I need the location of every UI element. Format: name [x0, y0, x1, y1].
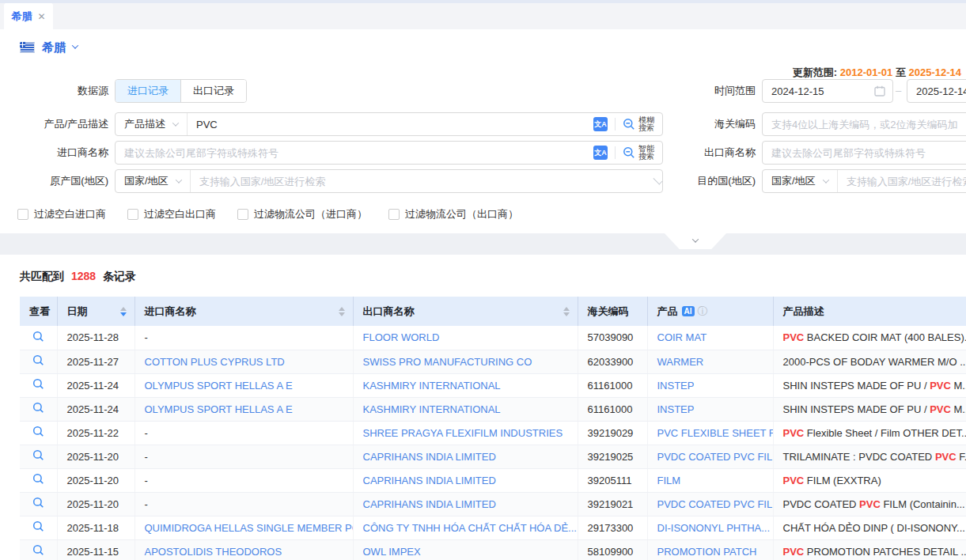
origin-country-select[interactable]: 国家/地区 [116, 170, 191, 192]
checkbox-icon[interactable] [388, 209, 400, 220]
importer-label: 进口商名称 [0, 141, 108, 165]
row-product[interactable]: WARMER [647, 350, 773, 373]
view-button[interactable] [20, 326, 57, 350]
destination-country-input[interactable] [838, 176, 966, 187]
col-product: 产品AIⓘ [647, 297, 773, 326]
view-button[interactable] [20, 421, 57, 445]
exporter-input[interactable] [763, 147, 966, 159]
filter-blank-exporter[interactable]: 过滤空白出口商 [127, 207, 216, 221]
translate-icon[interactable]: 文A [593, 146, 608, 160]
product-field: 产品描述 文A 模糊 搜索 [115, 112, 663, 136]
row-product[interactable]: PVDC COATED PVC FIL... [647, 445, 773, 468]
row-exporter[interactable]: CAPRIHANS INDIA LIMITED [353, 468, 578, 492]
destination-country-select[interactable]: 国家/地区 [763, 170, 838, 192]
row-importer[interactable]: OLYMPUS SPORT HELLAS A E [134, 373, 353, 397]
view-button[interactable] [20, 516, 57, 539]
results-suffix: 条记录 [103, 270, 136, 282]
row-product[interactable]: PVDC COATED PVC FIL... [647, 492, 773, 516]
row-date: 2025-11-22 [57, 421, 134, 445]
origin-country-label: 原产国(地区) [0, 169, 108, 193]
row-exporter[interactable]: KASHMIRY INTERNATIONAL [353, 373, 578, 397]
view-button[interactable] [20, 350, 57, 373]
date-start-input[interactable] [763, 85, 874, 97]
row-importer[interactable]: COTTON PLUS CYPRUS LTD [134, 350, 353, 373]
row-exporter[interactable]: CÔNG TY TNHH HÓA CHẤT CHẤT HÓA DẺ... [353, 516, 578, 539]
view-button[interactable] [20, 468, 57, 492]
view-button[interactable] [20, 445, 57, 468]
product-type-select[interactable]: 产品描述 [116, 113, 188, 135]
data-source-toggle: 进口记录 出口记录 [115, 79, 247, 103]
filter-logistics-importer[interactable]: 过滤物流公司（进口商） [237, 207, 367, 221]
info-icon[interactable]: ⓘ [698, 305, 708, 317]
tab-greece[interactable]: 希腊 ✕ [4, 3, 53, 29]
row-product[interactable]: FILM [647, 468, 773, 492]
translate-icon[interactable]: 文A [593, 117, 608, 131]
divider [615, 146, 616, 159]
row-exporter[interactable]: KASHMIRY INTERNATIONAL [353, 397, 578, 421]
date-end-input[interactable] [907, 85, 966, 97]
magnifier-icon [32, 473, 44, 485]
row-hs-code: 39205111 [578, 468, 647, 492]
checkbox-icon[interactable] [127, 209, 138, 220]
checkbox-icon[interactable] [17, 209, 28, 220]
hs-code-input[interactable] [763, 119, 966, 131]
importer-field: 文A 智能 搜索 [115, 141, 663, 165]
tab-close-icon[interactable]: ✕ [37, 12, 45, 21]
filter-label: 过滤物流公司（进口商） [254, 207, 367, 221]
magnifier-icon [32, 402, 44, 414]
filter-logistics-exporter[interactable]: 过滤物流公司（出口商） [388, 207, 518, 221]
row-exporter[interactable]: SHREE PRAGYA FLEXIFILM INDUSTRIES [353, 421, 578, 445]
row-exporter[interactable]: CAPRIHANS INDIA LIMITED [353, 492, 578, 516]
divider [615, 118, 616, 131]
view-button[interactable] [20, 539, 57, 560]
export-records-button[interactable]: 出口记录 [180, 80, 246, 102]
row-product[interactable]: PROMOTION PATCH [647, 539, 773, 560]
smart-search-button[interactable]: 智能 搜索 [623, 145, 654, 161]
calendar-icon[interactable] [874, 85, 885, 96]
view-button[interactable] [20, 373, 57, 397]
row-product[interactable]: PVC FLEXIBLE SHEET F... [647, 421, 773, 445]
origin-country-field: 国家/地区 [115, 169, 663, 193]
table-row: 2025-11-24OLYMPUS SPORT HELLAS A EKASHMI… [20, 373, 966, 397]
table-row: 2025-11-18QUIMIDROGA HELLAS SINGLE MEMBE… [20, 516, 966, 539]
import-records-button[interactable]: 进口记录 [116, 80, 180, 102]
filter-checkbox-row: 过滤空白进口商 过滤空白出口商 过滤物流公司（进口商） 过滤物流公司（出口商） [17, 207, 518, 221]
col-date[interactable]: 日期 [57, 297, 134, 326]
hs-code-field [762, 112, 966, 136]
checkbox-icon[interactable] [237, 209, 248, 220]
row-product[interactable]: INSTEP [647, 397, 773, 421]
row-importer[interactable]: APOSTOLIDIS THEODOROS [134, 539, 353, 560]
sort-icon-date[interactable] [120, 307, 127, 316]
row-description: PVC Flexible Sheet / Film OTHER DET... [773, 421, 966, 445]
filter-label: 过滤空白进口商 [34, 207, 106, 221]
origin-country-input[interactable] [191, 176, 653, 187]
row-importer: - [134, 492, 353, 516]
row-product[interactable]: DI-ISONONYL PHTHA... [647, 516, 773, 539]
row-exporter[interactable]: FLOOR WORLD [353, 326, 578, 350]
destination-country-select-value: 国家/地区 [771, 174, 816, 188]
row-description: SHIN INSTEPS MADE OF PU / PVC M... [773, 373, 966, 397]
row-product[interactable]: INSTEP [647, 373, 773, 397]
sort-icon-exporter[interactable] [563, 307, 570, 316]
collapse-panel-button[interactable] [665, 233, 726, 249]
row-importer[interactable]: QUIMIDROGA HELLAS SINGLE MEMBER PC [134, 516, 353, 539]
filter-blank-importer[interactable]: 过滤空白进口商 [17, 207, 106, 221]
fuzzy-search-button[interactable]: 模糊 搜索 [623, 116, 654, 132]
row-exporter[interactable]: CAPRIHANS INDIA LIMITED [353, 445, 578, 468]
row-importer[interactable]: OLYMPUS SPORT HELLAS A E [134, 397, 353, 421]
sort-icon-importer[interactable] [339, 307, 345, 316]
app-window: 希腊 ✕ 希腊 更新范围: 2012-01-01 至 2025-12-14 数据… [0, 0, 966, 560]
row-hs-code: 61161000 [578, 373, 647, 397]
importer-input[interactable] [116, 147, 585, 159]
chevron-down-icon[interactable] [72, 42, 78, 48]
product-input[interactable] [188, 119, 585, 131]
row-exporter[interactable]: OWL IMPEX [353, 539, 578, 560]
hs-code-label: 海关编码 [663, 112, 756, 136]
col-exporter[interactable]: 出口商名称 [353, 297, 578, 326]
row-product[interactable]: COIR MAT [647, 326, 773, 350]
col-importer[interactable]: 进口商名称 [134, 297, 353, 326]
view-button[interactable] [20, 492, 57, 516]
row-exporter[interactable]: SWISS PRO MANUFACTURING CO [353, 350, 578, 373]
view-button[interactable] [20, 397, 57, 421]
product-type-select-value: 产品描述 [124, 117, 165, 131]
